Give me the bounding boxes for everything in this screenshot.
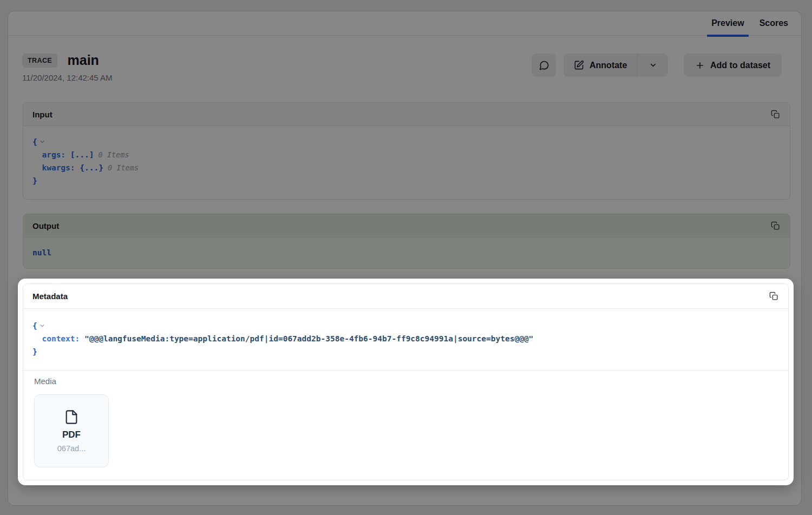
collapse-chevron-icon[interactable] xyxy=(39,138,45,145)
json-items-note: 0 Items xyxy=(99,148,129,161)
metadata-close-brace: } xyxy=(32,345,37,358)
copy-icon xyxy=(771,110,780,119)
collapse-chevron-icon[interactable] xyxy=(39,322,45,329)
plus-icon xyxy=(695,61,705,70)
input-open-brace: { xyxy=(32,135,37,148)
chevron-down-icon xyxy=(649,61,657,69)
copy-metadata-button[interactable] xyxy=(767,289,781,303)
tab-scores[interactable]: Scores xyxy=(752,11,796,35)
tab-preview[interactable]: Preview xyxy=(704,11,751,35)
edit-pen-icon xyxy=(574,60,584,70)
trace-timestamp: 11/20/2024, 12:42:45 AM xyxy=(22,73,113,82)
trace-header: TRACE main 11/20/2024, 12:42:45 AM xyxy=(22,52,113,82)
json-items-note: 0 Items xyxy=(108,161,139,174)
comment-icon xyxy=(539,60,549,71)
json-value: [...] xyxy=(70,148,94,161)
annotate-split-button: Annotate xyxy=(564,54,668,77)
output-panel-title: Output xyxy=(32,221,59,230)
output-panel-header: Output xyxy=(23,214,790,237)
tab-scores-label: Scores xyxy=(759,18,788,28)
json-key: context: xyxy=(42,332,80,345)
input-close-brace: } xyxy=(32,174,37,187)
media-file-type: PDF xyxy=(62,430,81,440)
copy-icon xyxy=(771,221,780,230)
metadata-panel-header: Metadata xyxy=(23,284,788,309)
media-pdf-card[interactable]: PDF 067ad... xyxy=(34,394,109,467)
copy-input-button[interactable] xyxy=(769,108,782,121)
json-value: {...} xyxy=(80,161,103,174)
annotate-label: Annotate xyxy=(590,61,627,70)
annotate-button[interactable]: Annotate xyxy=(564,54,637,77)
input-panel-title: Input xyxy=(32,110,53,119)
json-string-value: "@@@langfuseMedia:type=application/pdf|i… xyxy=(84,332,533,345)
trace-type-badge: TRACE xyxy=(22,54,57,68)
metadata-panel: Metadata { context: "@@@langfuseMedia:ty… xyxy=(23,283,789,480)
input-panel: Input { args: [...] 0 Items kwargs: xyxy=(23,102,790,200)
metadata-open-brace: { xyxy=(32,319,37,332)
add-to-dataset-button[interactable]: Add to dataset xyxy=(684,54,782,77)
metadata-spotlight: Metadata { context: "@@@langfuseMedia:ty… xyxy=(18,279,794,485)
annotate-dropdown-button[interactable] xyxy=(637,54,668,77)
comment-button[interactable] xyxy=(532,54,556,77)
output-json: null xyxy=(23,237,790,269)
input-panel-header: Input xyxy=(23,103,790,126)
metadata-json: { context: "@@@langfuseMedia:type=applic… xyxy=(23,309,788,370)
json-key: args: xyxy=(42,148,66,161)
output-panel: Output null xyxy=(23,214,790,269)
trace-title: main xyxy=(68,52,99,68)
copy-icon xyxy=(769,292,778,301)
media-section-label: Media xyxy=(34,377,777,386)
json-key: kwargs: xyxy=(42,161,75,174)
media-file-id: 067ad... xyxy=(57,444,86,453)
file-icon xyxy=(64,410,79,425)
add-to-dataset-label: Add to dataset xyxy=(710,61,770,70)
media-section: Media PDF 067ad... xyxy=(23,370,788,480)
tab-preview-label: Preview xyxy=(711,18,744,28)
tab-bar: Preview Scores xyxy=(8,11,801,36)
output-null-value: null xyxy=(32,248,51,257)
input-json: { args: [...] 0 Items kwargs: {...} 0 It… xyxy=(23,126,790,196)
copy-output-button[interactable] xyxy=(769,219,782,233)
metadata-panel-title: Metadata xyxy=(32,292,68,301)
